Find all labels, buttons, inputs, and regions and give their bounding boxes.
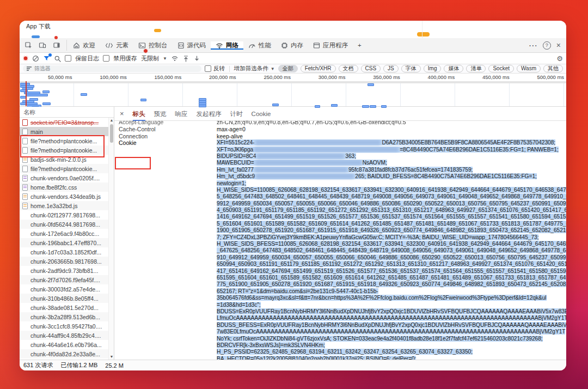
more-tabs-button[interactable]: + bbox=[353, 38, 366, 52]
filter-pill-Img[interactable]: Img bbox=[424, 65, 442, 72]
filter-pill-Wasm[interactable]: Wasm bbox=[517, 65, 541, 72]
filter-pill-Socket[interactable]: Socket bbox=[488, 65, 514, 72]
import-har-icon[interactable] bbox=[182, 55, 189, 62]
record-icon[interactable] bbox=[23, 56, 28, 61]
scrollbar-thumb[interactable] bbox=[110, 124, 113, 143]
request-row[interactable]: file?method=plantcookie... bbox=[20, 136, 114, 145]
code-icon bbox=[105, 42, 113, 49]
scroll-up-icon[interactable]: ▲ bbox=[109, 118, 114, 123]
request-row[interactable]: chunk-44aff9c4.85fb29c4.... bbox=[20, 331, 114, 340]
filter-pill-媒体[interactable]: 媒体 bbox=[444, 65, 463, 72]
request-row[interactable]: chunk-3cc1cfc8.95427fa0.... bbox=[20, 321, 114, 331]
request-row[interactable]: chunk-3b2a28f9.513ed6b... bbox=[20, 312, 114, 321]
filter-pill-字体[interactable]: 字体 bbox=[401, 65, 421, 72]
cookie-line: 650994_650903_651191_651179_651185_65119… bbox=[217, 261, 566, 268]
close-detail-icon[interactable]: × bbox=[120, 110, 124, 118]
request-row[interactable]: file?method=plantcookie... bbox=[20, 164, 114, 173]
timeline-tick-label: 50,000 ms bbox=[20, 74, 74, 81]
preserve-log-checkbox[interactable] bbox=[65, 55, 71, 62]
disable-cache-checkbox[interactable] bbox=[103, 55, 109, 62]
devtools-tab-network[interactable]: 网络 bbox=[211, 41, 243, 50]
help-icon[interactable]: ? bbox=[543, 41, 551, 50]
request-row[interactable]: chunk-vendors.0ae0205f.... bbox=[20, 173, 114, 183]
filter-pill-Fetch/XHR[interactable]: Fetch/XHR bbox=[301, 65, 336, 72]
request-row[interactable]: file?method=plantcookie... bbox=[20, 145, 114, 155]
waterfall-bar bbox=[362, 105, 369, 108]
cookie-line: 1416_649162_647694_651499_651519_651526_… bbox=[217, 214, 566, 220]
devtools-tab-console[interactable]: 控制台 bbox=[133, 41, 173, 50]
request-row[interactable]: chunk-196babc1.47eff870... bbox=[20, 238, 114, 247]
cookie-line: XFI=5515c224-D6A275B34005E8B764BE5B9F8CA… bbox=[217, 139, 566, 146]
devices-icon bbox=[39, 41, 46, 49]
request-row[interactable]: chunk-vendors.434dea9b.js bbox=[20, 192, 114, 201]
detail-tab-标头[interactable]: 标头 bbox=[133, 107, 145, 121]
add-filter-condition-button[interactable]: 增加筛选条件 ▼ bbox=[234, 65, 275, 72]
request-list-header-name[interactable]: 名称 bbox=[20, 107, 114, 118]
plain-file-icon bbox=[22, 332, 28, 339]
request-name: home.fbe8f2fc.css bbox=[30, 184, 77, 191]
page-red-dot bbox=[54, 36, 58, 39]
filter-pill-清单[interactable]: 清单 bbox=[466, 65, 486, 72]
detail-tab-响应[interactable]: 响应 bbox=[175, 107, 188, 121]
devtools-tab-code[interactable]: 元素 bbox=[100, 41, 133, 50]
request-row[interactable]: chunk-172e6ac9.f4b80cc... bbox=[20, 229, 114, 238]
request-row[interactable]: chunk-1d7c03a3.1852f0df... bbox=[20, 247, 114, 257]
request-row[interactable]: chunk-38ade081.5e270d... bbox=[20, 303, 114, 312]
clear-icon[interactable] bbox=[32, 55, 39, 62]
filter-pill-JS[interactable]: JS bbox=[383, 65, 399, 72]
timeline-overview[interactable]: 50,000 ms100,000 ms150,000 ms200,000 ms2… bbox=[20, 74, 566, 107]
header-row: Connectionkeep-alive bbox=[119, 133, 566, 140]
plain-file-icon bbox=[22, 212, 28, 218]
more-options-icon[interactable]: ⋯ bbox=[529, 40, 537, 51]
request-row[interactable]: chunk-2adf9dc9.73bfb81... bbox=[20, 266, 114, 275]
devtools-tab-memory[interactable]: 内存 bbox=[276, 41, 308, 50]
filter-pill-全部[interactable]: 全部 bbox=[278, 65, 298, 72]
request-row[interactable]: socket.io/?EIO=3&transp... bbox=[20, 118, 114, 127]
request-name: chunk-0fd56244.9817698... bbox=[30, 221, 100, 228]
request-row[interactable]: chunk-2063665b.9817698... bbox=[20, 257, 114, 266]
filter-pill-CSS[interactable]: CSS bbox=[361, 65, 381, 72]
request-row[interactable]: chunk-30003fd2.a57e4de... bbox=[20, 284, 114, 294]
cookie-header-name: Cookie bbox=[119, 139, 217, 146]
filter-input[interactable]: 筛选器 bbox=[23, 65, 201, 72]
request-row[interactable]: chunk-464a6e16.e0b796a... bbox=[20, 340, 114, 349]
request-row[interactable]: chunk-0fd56244.9817698... bbox=[20, 220, 114, 229]
invert-checkbox[interactable] bbox=[205, 65, 211, 72]
request-row[interactable]: home.fbe8f2fc.css bbox=[20, 183, 114, 192]
detail-tab-预览[interactable]: 预览 bbox=[154, 107, 167, 121]
request-list-panel: 名称 socket.io/?EIO=3&transp...mainfile?me… bbox=[20, 107, 114, 360]
request-row[interactable]: chunk-2f7d7026.f9efa45f.... bbox=[20, 275, 114, 284]
request-row[interactable]: badjs-sdk-min-2.0.0.js bbox=[20, 155, 114, 164]
request-row[interactable]: chunk-4f0da82d.2e33a8e... bbox=[20, 349, 114, 358]
filter-pill-其他[interactable]: 其他 bbox=[543, 65, 563, 72]
detail-tab-Cookie[interactable]: Cookie bbox=[252, 107, 271, 121]
close-devtools-icon[interactable]: × bbox=[556, 41, 561, 50]
devices-button[interactable] bbox=[36, 39, 49, 51]
devtools-tab-application[interactable]: 应用程序 bbox=[308, 41, 353, 50]
throttling-select[interactable]: 无限制 bbox=[141, 54, 159, 63]
devtools-tab-performance[interactable]: 性能 bbox=[243, 41, 276, 50]
scroll-down-icon[interactable]: ▼ bbox=[109, 354, 114, 360]
chevron-down-icon[interactable]: ▼ bbox=[163, 56, 167, 61]
inspect-button[interactable] bbox=[22, 39, 35, 51]
request-row[interactable]: main bbox=[20, 127, 114, 136]
search-icon[interactable] bbox=[54, 55, 61, 62]
dock-button[interactable] bbox=[50, 39, 63, 51]
filter-pill-文档[interactable]: 文档 bbox=[339, 65, 358, 72]
request-row[interactable]: chunk-310b486b.8e05ff4... bbox=[20, 294, 114, 303]
request-row[interactable]: chunk-02f12977.9817698... bbox=[20, 210, 114, 220]
network-settings-gear-icon[interactable]: ⚙ bbox=[556, 54, 563, 63]
request-list-scrollbar[interactable]: ▲ ▼ bbox=[108, 118, 114, 360]
devtools-tab-sources[interactable]: 源代码 bbox=[173, 41, 211, 50]
request-row[interactable]: home.1e3a32bd.js bbox=[20, 201, 114, 210]
app-download-link[interactable]: App 下载 bbox=[26, 22, 51, 31]
detail-tab-发起程序[interactable]: 发起程序 bbox=[197, 107, 222, 121]
redacted-cookie-segment bbox=[255, 167, 347, 172]
filter-toggle-icon[interactable] bbox=[43, 55, 50, 62]
devtools-tab-home[interactable]: 欢迎 bbox=[68, 41, 100, 50]
cookie-line: BDUSS_BFESS=ExR0pVUUFRay1BcnNybHRMY3l6Nn… bbox=[217, 322, 566, 329]
network-conditions-icon[interactable] bbox=[171, 55, 179, 62]
detail-tab-计时[interactable]: 计时 bbox=[230, 107, 243, 121]
cookie-value[interactable]: XFI=5515c224-D6A275B34005E8B764BE5B9F8CA… bbox=[217, 139, 566, 360]
export-har-icon[interactable] bbox=[193, 55, 200, 62]
